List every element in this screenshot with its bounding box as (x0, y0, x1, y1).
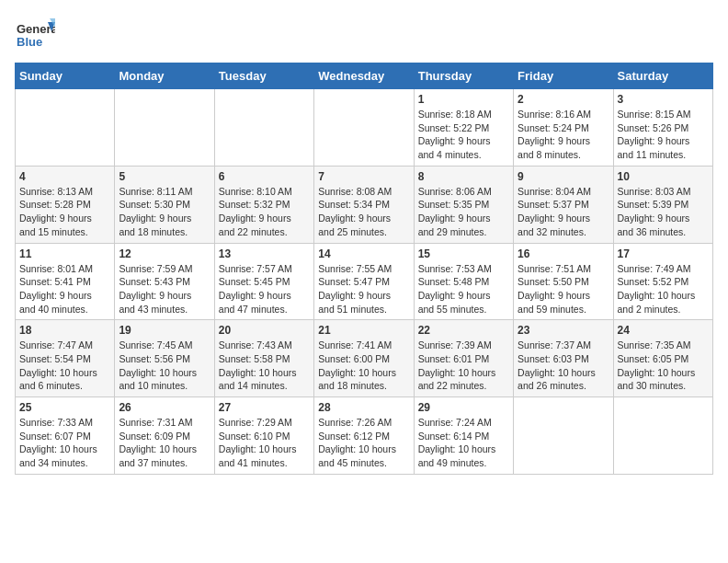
calendar-cell: 6Sunrise: 8:10 AM Sunset: 5:32 PM Daylig… (214, 166, 313, 243)
day-number: 27 (219, 401, 310, 414)
day-number: 2 (518, 93, 609, 106)
header-thursday: Thursday (414, 63, 513, 89)
day-number: 7 (318, 170, 409, 183)
logo: General Blue (15, 15, 55, 55)
header-monday: Monday (115, 63, 214, 89)
calendar-cell (115, 89, 214, 167)
calendar-cell: 11Sunrise: 8:01 AM Sunset: 5:41 PM Dayli… (16, 243, 115, 320)
day-info: Sunrise: 7:41 AM Sunset: 6:00 PM Dayligh… (318, 339, 409, 393)
calendar-cell: 8Sunrise: 8:06 AM Sunset: 5:35 PM Daylig… (414, 166, 513, 243)
calendar-cell: 9Sunrise: 8:04 AM Sunset: 5:37 PM Daylig… (514, 166, 613, 243)
calendar-table: SundayMondayTuesdayWednesdayThursdayFrid… (15, 63, 713, 475)
day-number: 9 (518, 170, 609, 183)
header-tuesday: Tuesday (214, 63, 313, 89)
day-info: Sunrise: 8:13 AM Sunset: 5:28 PM Dayligh… (19, 185, 110, 239)
day-number: 6 (219, 170, 310, 183)
day-number: 4 (19, 170, 110, 183)
day-number: 19 (119, 324, 210, 337)
day-number: 16 (518, 247, 609, 260)
day-number: 5 (119, 170, 210, 183)
day-info: Sunrise: 8:15 AM Sunset: 5:26 PM Dayligh… (618, 108, 709, 162)
day-info: Sunrise: 7:57 AM Sunset: 5:45 PM Dayligh… (219, 262, 310, 316)
day-number: 22 (418, 324, 509, 337)
calendar-week-1: 1Sunrise: 8:18 AM Sunset: 5:22 PM Daylig… (16, 89, 713, 167)
calendar-cell: 12Sunrise: 7:59 AM Sunset: 5:43 PM Dayli… (115, 243, 214, 320)
calendar-cell: 29Sunrise: 7:24 AM Sunset: 6:14 PM Dayli… (414, 397, 513, 475)
day-info: Sunrise: 7:35 AM Sunset: 6:05 PM Dayligh… (618, 339, 709, 393)
calendar-cell: 19Sunrise: 7:45 AM Sunset: 5:56 PM Dayli… (115, 320, 214, 397)
day-number: 29 (418, 401, 509, 414)
calendar-cell (314, 89, 414, 167)
calendar-cell (613, 397, 712, 475)
day-info: Sunrise: 7:29 AM Sunset: 6:10 PM Dayligh… (219, 416, 310, 470)
calendar-week-4: 18Sunrise: 7:47 AM Sunset: 5:54 PM Dayli… (16, 320, 713, 397)
calendar-cell: 22Sunrise: 7:39 AM Sunset: 6:01 PM Dayli… (414, 320, 513, 397)
day-info: Sunrise: 8:01 AM Sunset: 5:41 PM Dayligh… (19, 262, 110, 316)
day-number: 14 (318, 247, 409, 260)
header-wednesday: Wednesday (314, 63, 414, 89)
day-info: Sunrise: 8:04 AM Sunset: 5:37 PM Dayligh… (518, 185, 609, 239)
day-info: Sunrise: 7:59 AM Sunset: 5:43 PM Dayligh… (119, 262, 210, 316)
calendar-week-5: 25Sunrise: 7:33 AM Sunset: 6:07 PM Dayli… (16, 397, 713, 475)
calendar-cell: 26Sunrise: 7:31 AM Sunset: 6:09 PM Dayli… (115, 397, 214, 475)
calendar-cell: 3Sunrise: 8:15 AM Sunset: 5:26 PM Daylig… (613, 89, 712, 167)
day-number: 20 (219, 324, 310, 337)
day-number: 17 (618, 247, 709, 260)
calendar-cell: 14Sunrise: 7:55 AM Sunset: 5:47 PM Dayli… (314, 243, 414, 320)
calendar-cell: 27Sunrise: 7:29 AM Sunset: 6:10 PM Dayli… (214, 397, 313, 475)
day-info: Sunrise: 7:49 AM Sunset: 5:52 PM Dayligh… (618, 262, 709, 316)
calendar-week-3: 11Sunrise: 8:01 AM Sunset: 5:41 PM Dayli… (16, 243, 713, 320)
day-number: 24 (618, 324, 709, 337)
day-info: Sunrise: 8:03 AM Sunset: 5:39 PM Dayligh… (618, 185, 709, 239)
calendar-cell: 5Sunrise: 8:11 AM Sunset: 5:30 PM Daylig… (115, 166, 214, 243)
day-number: 10 (618, 170, 709, 183)
svg-text:Blue: Blue (17, 35, 42, 49)
header-sunday: Sunday (16, 63, 115, 89)
day-info: Sunrise: 7:39 AM Sunset: 6:01 PM Dayligh… (418, 339, 509, 393)
day-number: 23 (518, 324, 609, 337)
calendar-cell (16, 89, 115, 167)
calendar-cell: 2Sunrise: 8:16 AM Sunset: 5:24 PM Daylig… (514, 89, 613, 167)
day-number: 1 (418, 93, 509, 106)
day-info: Sunrise: 8:08 AM Sunset: 5:34 PM Dayligh… (318, 185, 409, 239)
calendar-cell: 20Sunrise: 7:43 AM Sunset: 5:58 PM Dayli… (214, 320, 313, 397)
calendar-cell (514, 397, 613, 475)
calendar-cell: 1Sunrise: 8:18 AM Sunset: 5:22 PM Daylig… (414, 89, 513, 167)
calendar-cell: 17Sunrise: 7:49 AM Sunset: 5:52 PM Dayli… (613, 243, 712, 320)
day-number: 26 (119, 401, 210, 414)
day-info: Sunrise: 7:37 AM Sunset: 6:03 PM Dayligh… (518, 339, 609, 393)
day-number: 3 (618, 93, 709, 106)
day-number: 21 (318, 324, 409, 337)
logo-icon: General Blue (15, 15, 55, 55)
day-info: Sunrise: 8:11 AM Sunset: 5:30 PM Dayligh… (119, 185, 210, 239)
day-info: Sunrise: 7:31 AM Sunset: 6:09 PM Dayligh… (119, 416, 210, 470)
calendar-header-row: SundayMondayTuesdayWednesdayThursdayFrid… (16, 63, 713, 89)
day-info: Sunrise: 7:43 AM Sunset: 5:58 PM Dayligh… (219, 339, 310, 393)
day-info: Sunrise: 7:45 AM Sunset: 5:56 PM Dayligh… (119, 339, 210, 393)
day-info: Sunrise: 7:55 AM Sunset: 5:47 PM Dayligh… (318, 262, 409, 316)
calendar-cell: 24Sunrise: 7:35 AM Sunset: 6:05 PM Dayli… (613, 320, 712, 397)
calendar-cell: 7Sunrise: 8:08 AM Sunset: 5:34 PM Daylig… (314, 166, 414, 243)
header-saturday: Saturday (613, 63, 712, 89)
day-number: 25 (19, 401, 110, 414)
day-number: 28 (318, 401, 409, 414)
calendar-cell: 18Sunrise: 7:47 AM Sunset: 5:54 PM Dayli… (16, 320, 115, 397)
calendar-cell: 25Sunrise: 7:33 AM Sunset: 6:07 PM Dayli… (16, 397, 115, 475)
calendar-cell: 13Sunrise: 7:57 AM Sunset: 5:45 PM Dayli… (214, 243, 313, 320)
calendar-cell: 16Sunrise: 7:51 AM Sunset: 5:50 PM Dayli… (514, 243, 613, 320)
calendar-cell: 10Sunrise: 8:03 AM Sunset: 5:39 PM Dayli… (613, 166, 712, 243)
day-info: Sunrise: 7:47 AM Sunset: 5:54 PM Dayligh… (19, 339, 110, 393)
day-info: Sunrise: 8:10 AM Sunset: 5:32 PM Dayligh… (219, 185, 310, 239)
day-number: 15 (418, 247, 509, 260)
day-number: 18 (19, 324, 110, 337)
day-info: Sunrise: 7:51 AM Sunset: 5:50 PM Dayligh… (518, 262, 609, 316)
calendar-cell: 15Sunrise: 7:53 AM Sunset: 5:48 PM Dayli… (414, 243, 513, 320)
header-friday: Friday (514, 63, 613, 89)
day-info: Sunrise: 7:33 AM Sunset: 6:07 PM Dayligh… (19, 416, 110, 470)
day-info: Sunrise: 7:53 AM Sunset: 5:48 PM Dayligh… (418, 262, 509, 316)
day-info: Sunrise: 7:26 AM Sunset: 6:12 PM Dayligh… (318, 416, 409, 470)
day-info: Sunrise: 8:06 AM Sunset: 5:35 PM Dayligh… (418, 185, 509, 239)
calendar-cell: 4Sunrise: 8:13 AM Sunset: 5:28 PM Daylig… (16, 166, 115, 243)
day-number: 13 (219, 247, 310, 260)
day-number: 12 (119, 247, 210, 260)
